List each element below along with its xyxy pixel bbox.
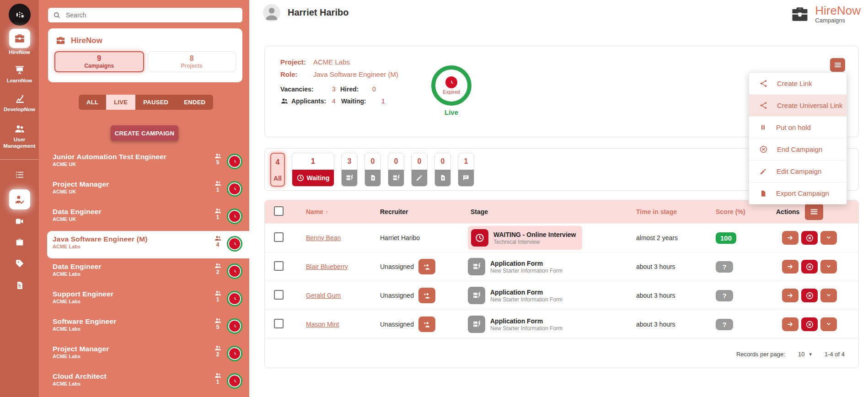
rail-item-label: DevelopNow [0, 107, 39, 113]
menu-item[interactable]: Put on hold [749, 117, 847, 139]
campaign-list-item[interactable]: Software Engineer ACME Labs 5 [39, 313, 249, 341]
menu-item[interactable]: Create Universal Link [749, 95, 847, 117]
vacancies-label: Vacancies: [280, 86, 332, 93]
projects-stat[interactable]: 8 Projects [148, 51, 236, 72]
stage-chip[interactable]: 0 [411, 153, 428, 187]
time-in-stage: about 3 hours [636, 321, 710, 328]
dynamic-form-icon [391, 173, 401, 182]
column-header-name[interactable]: Name↑ [306, 208, 380, 215]
stage-chip-count: 1 [292, 153, 334, 170]
stage-chip-count: 0 [435, 153, 450, 170]
people-icon [9, 123, 30, 135]
create-campaign-button[interactable]: CREATE CAMPAIGN [111, 125, 178, 141]
row-checkbox[interactable] [274, 290, 284, 300]
role-value: Java Software Engineer (M) [313, 70, 398, 78]
recruiter-name: Unassigned [380, 321, 414, 328]
bulk-actions-menu-button[interactable] [805, 204, 823, 220]
filter-tab[interactable]: LIVE [106, 95, 135, 110]
candidate-name-link[interactable]: Blair Blueberry [306, 263, 348, 270]
stage-chip[interactable]: 4 All [270, 153, 285, 187]
document-icon[interactable] [15, 280, 24, 290]
table-footer: Records per page: 10 ▾ 1-4 of 4 [265, 338, 858, 368]
row-checkbox[interactable] [274, 319, 284, 328]
rail-item-label: HireNow [0, 49, 39, 56]
column-header-stage[interactable]: Stage [468, 208, 636, 215]
menu-item[interactable]: End Campaign [749, 139, 847, 161]
campaign-list-item[interactable]: Project Manager ACME Labs 2 [39, 341, 249, 368]
row-checkbox[interactable] [274, 232, 284, 242]
menu-item[interactable]: Edit Campaign [749, 161, 847, 182]
column-header-recruiter[interactable]: Recruiter [380, 208, 468, 215]
campaign-list-item[interactable]: Support Engineer ACME Labs 1 [39, 286, 249, 313]
stage-icon [468, 287, 485, 304]
vacancies-row: Vacancies: 3 Hired: 0 [280, 86, 376, 93]
candidate-name-link[interactable]: Mason Mint [306, 321, 339, 328]
move-forward-button[interactable] [782, 231, 798, 245]
campaign-list-item[interactable]: Data Engineer ACME UK 1 [39, 204, 249, 231]
status-label: Live [429, 108, 473, 116]
stage-chip[interactable]: 1 [458, 153, 474, 187]
stage-chip-band: Waiting [292, 170, 334, 186]
tag-icon[interactable] [15, 258, 25, 268]
project-label: Project: [280, 58, 313, 66]
filter-tab[interactable]: ENDED [176, 95, 213, 110]
campaign-list-item[interactable]: Java Software Engineer (M) ACME Labs 4 [47, 231, 249, 258]
campaigns-stat[interactable]: 9 Campaigns [54, 51, 144, 72]
video-camera-icon[interactable] [15, 216, 25, 226]
project-row: Project:ACME Labs [280, 58, 350, 66]
menu-item[interactable]: Create Link [749, 73, 847, 95]
campaigns-count: 9 [97, 54, 101, 63]
role-label: Role: [280, 70, 313, 78]
stage-chip[interactable]: 0 [434, 153, 451, 187]
applicant-count: 1 [212, 180, 224, 193]
campaign-list-item[interactable]: Data Engineer ACME Labs 2 [39, 258, 249, 286]
rail-item-hirenow[interactable]: HireNow [0, 29, 39, 56]
assign-recruiter-button[interactable] [418, 317, 435, 332]
stage-chip[interactable]: 0 [388, 153, 404, 187]
reject-button[interactable] [801, 289, 818, 302]
candidate-name-link[interactable]: Gerald Gum [306, 292, 341, 299]
reject-button[interactable] [801, 231, 818, 245]
reject-button[interactable] [801, 260, 818, 274]
assign-recruiter-button[interactable] [418, 259, 435, 274]
campaign-clock-badge [227, 318, 242, 334]
search-input[interactable] [65, 11, 238, 19]
applicant-count: 1 [212, 372, 224, 385]
page-size-select[interactable]: 10 ▾ [798, 351, 812, 358]
campaign-list-item[interactable]: Cloud Architect ACME Labs 1 [39, 368, 249, 396]
menu-item[interactable]: Export Campaign [749, 182, 847, 204]
caret-down-icon: ▾ [809, 351, 812, 357]
rail-item-learnnow[interactable]: LearnNow [0, 64, 39, 84]
assign-recruiter-button[interactable] [418, 288, 435, 303]
row-checkbox[interactable] [274, 261, 284, 271]
filter-tab[interactable]: ALL [79, 95, 106, 110]
select-all-checkbox[interactable] [274, 206, 284, 216]
rail-item-developnow[interactable]: DevelopNow [0, 92, 39, 113]
campaign-menu-button[interactable] [830, 58, 845, 72]
move-forward-button[interactable] [782, 289, 798, 302]
campaign-list-item[interactable]: Junior Automation Test Engineer ACME UK … [39, 149, 249, 176]
move-forward-button[interactable] [782, 317, 798, 331]
rail-item-user-management[interactable]: User Management [0, 123, 39, 150]
move-forward-button[interactable] [782, 260, 798, 274]
campaign-list-item[interactable]: Project Manager ACME UK 1 [39, 176, 249, 204]
page-size-value: 10 [798, 351, 804, 358]
stage-title: Application Form [490, 260, 563, 267]
share-icon [759, 79, 768, 88]
column-header-time[interactable]: Time in stage [636, 208, 710, 215]
toolbox-icon[interactable] [15, 237, 25, 247]
filter-tab[interactable]: PAUSED [135, 95, 176, 110]
column-header-score[interactable]: Score (%) [710, 208, 761, 215]
reject-button[interactable] [801, 317, 818, 331]
stage-chip[interactable]: 1 Waiting [292, 153, 334, 187]
chevron-down-icon[interactable] [820, 260, 837, 274]
chevron-down-icon[interactable] [820, 231, 837, 245]
applicant-count: 4 [212, 235, 224, 248]
person-check-icon[interactable] [9, 189, 30, 209]
stage-chip[interactable]: 3 [341, 153, 358, 187]
chevron-down-icon[interactable] [820, 317, 837, 331]
candidate-name-link[interactable]: Benny Bean [306, 234, 341, 241]
stage-chip[interactable]: 0 [364, 153, 381, 187]
chevron-down-icon[interactable] [820, 289, 837, 302]
list-icon[interactable] [14, 169, 25, 180]
